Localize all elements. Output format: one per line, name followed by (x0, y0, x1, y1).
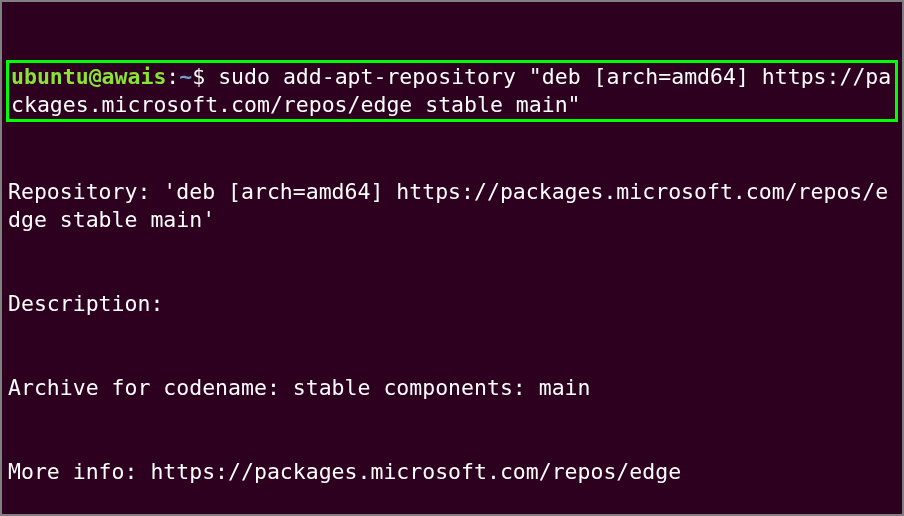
output-line: More info: https://packages.microsoft.co… (8, 458, 896, 486)
prompt-dollar: $ (192, 64, 205, 89)
terminal-window[interactable]: ubuntu@awais:~$ sudo add-apt-repository … (0, 0, 904, 516)
prompt-colon: : (166, 64, 179, 89)
command-text (205, 64, 218, 89)
prompt-user-host: ubuntu@awais (11, 64, 166, 89)
output-line: Repository: 'deb [arch=amd64] https://pa… (8, 178, 896, 234)
output-line: Archive for codename: stable components:… (8, 374, 896, 402)
output-line: Description: (8, 290, 896, 318)
prompt-path: ~ (179, 64, 192, 89)
command-highlight: ubuntu@awais:~$ sudo add-apt-repository … (6, 60, 898, 122)
